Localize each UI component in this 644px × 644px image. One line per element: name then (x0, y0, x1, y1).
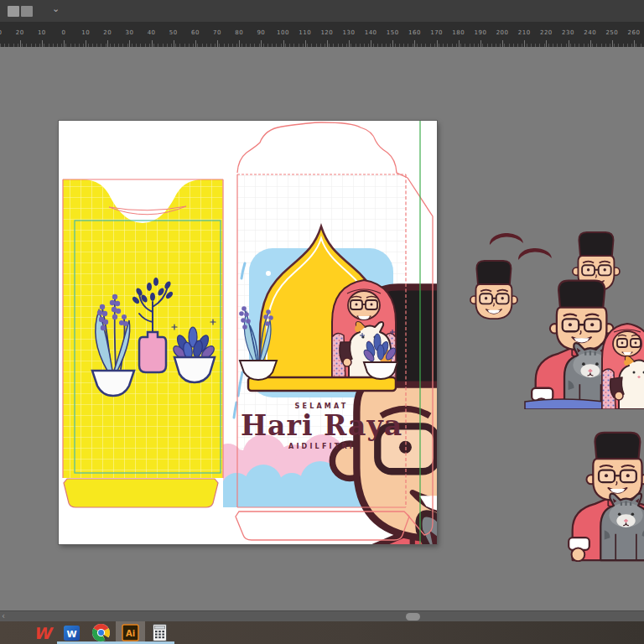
ruler-major-tick (20, 40, 21, 47)
ruler-label: 170 (430, 29, 443, 36)
ruler-major-tick (129, 40, 130, 47)
ruler-major-tick (239, 40, 240, 47)
ruler-major-tick (546, 40, 547, 47)
ruler-label: 90 (257, 29, 265, 36)
ruler-label: 70 (213, 29, 221, 36)
chrome-icon (92, 624, 110, 641)
ruler-major-tick (502, 40, 503, 47)
ruler-major-tick (107, 40, 108, 47)
horizontal-ruler[interactable]: 3020100102030405060708090100110120130140… (0, 22, 644, 48)
ruler-label: 240 (584, 29, 596, 36)
word-icon: W (63, 625, 80, 641)
artboard[interactable]: SELAMAT Hari Raya AIDILFITRI (59, 121, 437, 544)
illustrator-icon: Ai (122, 624, 139, 641)
ruler-label: 110 (299, 29, 311, 36)
calculator-icon (153, 624, 167, 641)
svg-text:W: W (66, 628, 76, 639)
taskbar-adobe-illustrator[interactable]: Ai (116, 621, 145, 644)
ruler-label: 220 (540, 29, 553, 36)
ruler-major-tick (524, 40, 525, 47)
ruler-major-tick (86, 40, 86, 47)
ruler-label: 20 (103, 29, 112, 36)
ruler-major-tick (569, 40, 569, 47)
ruler-major-tick (634, 40, 635, 47)
wps-office-icon: W (34, 625, 51, 641)
taskbar-calculator[interactable] (145, 621, 174, 644)
ruler-major-tick (612, 40, 613, 47)
application-bar: ⌄ (0, 0, 644, 22)
ruler-major-tick (217, 40, 218, 47)
ruler-major-tick (480, 40, 481, 47)
bottom-flap-yellow (64, 479, 218, 507)
ruler-major-tick (437, 40, 438, 47)
taskbar-microsoft-word[interactable]: W (57, 621, 86, 644)
taskbar-google-chrome[interactable] (86, 621, 116, 644)
ruler-label: 50 (169, 29, 178, 36)
dieline-artwork (59, 121, 437, 544)
ruler-major-tick (305, 40, 306, 47)
chevron-down-icon[interactable]: ⌄ (52, 3, 60, 14)
ruler-major-tick (459, 40, 460, 47)
ruler-label: 250 (605, 29, 618, 36)
ruler-label: 260 (628, 29, 641, 36)
ruler-major-tick (283, 40, 284, 47)
ruler-label: 140 (365, 29, 377, 36)
ruler-label: 10 (38, 29, 46, 36)
ruler-major-tick (349, 40, 350, 47)
ruler-label: 210 (518, 29, 531, 36)
ruler-label: 160 (408, 29, 421, 36)
ruler-label: 120 (320, 29, 333, 36)
pasteboard-man-with-cat[interactable] (567, 421, 644, 562)
ruler-label: 80 (235, 29, 243, 36)
ruler-major-tick (152, 40, 153, 47)
ruler-label: 30 (0, 29, 3, 36)
ruler-label: 0 (62, 29, 66, 36)
ruler-label: 230 (562, 29, 574, 36)
taskbar: W W Ai (0, 621, 644, 644)
ruler-label: 30 (125, 29, 133, 36)
ruler-label: 60 (191, 29, 200, 36)
ruler-label: 200 (496, 29, 509, 36)
scroll-left-arrow[interactable]: ‹ (2, 611, 5, 621)
ruler-label: 20 (16, 29, 24, 36)
ruler-major-tick (261, 40, 262, 47)
scrollbar-thumb[interactable] (406, 613, 420, 621)
shelf (248, 377, 396, 391)
svg-text:Ai: Ai (126, 629, 135, 638)
ruler-label: 130 (343, 29, 356, 36)
ruler-major-tick (371, 40, 371, 47)
ruler-label: 180 (452, 29, 465, 36)
ruler-label: 10 (81, 29, 90, 36)
ruler-label: 40 (148, 29, 156, 36)
ruler-major-tick (327, 40, 328, 47)
ruler-major-tick (174, 40, 174, 47)
illustrator-window: ⌄ 30201001020304050607080901001101201301… (0, 0, 644, 644)
ruler-major-tick (590, 40, 591, 47)
horizontal-scrollbar[interactable]: ‹ (0, 610, 644, 622)
taskbar-wps-office[interactable]: W (28, 621, 57, 644)
ruler-major-tick (414, 40, 415, 47)
ruler-major-tick (392, 40, 393, 47)
pasteboard-beard-parts[interactable] (486, 233, 560, 275)
arrange-documents-icon[interactable] (8, 6, 34, 17)
ruler-label: 150 (387, 29, 399, 36)
ruler-major-tick (64, 40, 65, 47)
ruler-label: 190 (474, 29, 486, 36)
ruler-major-tick (42, 40, 43, 47)
document-canvas[interactable]: SELAMAT Hari Raya AIDILFITRI (0, 47, 644, 610)
ruler-major-tick (195, 40, 196, 47)
ruler-label: 100 (277, 29, 289, 36)
pasteboard-couple-with-cats[interactable] (512, 278, 644, 409)
